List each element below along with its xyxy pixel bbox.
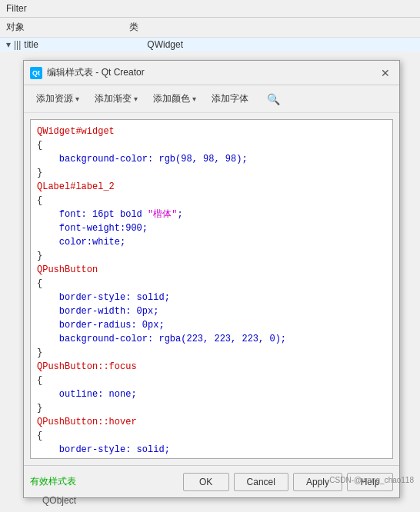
code-line: color:white; [37, 235, 386, 249]
qt-logo-icon: Qt [30, 67, 42, 79]
close-button[interactable]: ✕ [378, 65, 393, 81]
add-resource-button[interactable]: 添加资源 ▾ [30, 90, 85, 108]
code-line: } [37, 249, 386, 263]
dialog-titlebar: Qt 编辑样式表 - Qt Creator ✕ [24, 61, 399, 85]
expand-arrow: ▾ [6, 39, 11, 50]
code-line: } [37, 166, 386, 180]
code-line: font: 16pt bold "楷体"; [37, 208, 386, 221]
code-line: { [37, 429, 386, 443]
code-line: border-width: 0px; [37, 457, 386, 459]
col2-header: 类 [129, 21, 138, 34]
add-resource-arrow-icon: ▾ [75, 95, 79, 103]
add-gradient-arrow-icon: ▾ [134, 95, 138, 103]
css-editor[interactable]: QWidget#widget{ background-color: rgb(98… [30, 119, 393, 459]
object-icon: ||| [14, 39, 21, 50]
code-line: { [37, 374, 386, 387]
code-line: } [37, 401, 386, 415]
watermark: CSDN-@wang_chao118 [329, 476, 414, 484]
code-line: font-weight:900; [37, 221, 386, 235]
code-line: { [37, 277, 386, 291]
table-row[interactable]: ▾ ||| title QWidget [0, 38, 420, 52]
table-header: 对象 类 [0, 18, 420, 38]
code-line: border-width: 0px; [37, 304, 386, 318]
code-line: outline: none; [37, 387, 386, 401]
filter-label: Filter [6, 3, 27, 14]
code-line: QPushButton::hover [37, 415, 386, 429]
code-line: border-radius: 0px; [37, 318, 386, 332]
row-class: QWidget [147, 39, 183, 50]
code-line: background-color: rgb(98, 98, 98); [37, 152, 386, 166]
add-color-arrow-icon: ▾ [192, 95, 196, 103]
status-label: 有效样式表 [30, 475, 183, 488]
code-line: QPushButton [37, 263, 386, 277]
code-line: border-style: solid; [37, 443, 386, 457]
filter-bar: Filter [0, 0, 420, 18]
style-sheet-dialog: Qt 编辑样式表 - Qt Creator ✕ 添加资源 ▾ 添加渐变 ▾ 添加… [23, 60, 400, 498]
search-button[interactable]: 🔍 [264, 91, 283, 107]
ok-button[interactable]: OK [183, 473, 229, 491]
add-color-button[interactable]: 添加颜色 ▾ [147, 90, 202, 108]
add-gradient-button[interactable]: 添加渐变 ▾ [88, 90, 144, 108]
qobject-label: QObject [42, 495, 76, 506]
code-line: } [37, 346, 386, 360]
code-line: border-style: solid; [37, 291, 386, 304]
code-line: QLabel#label_2 [37, 180, 386, 194]
add-font-button[interactable]: 添加字体 [205, 90, 255, 108]
code-line: background-color: rgba(223, 223, 223, 0)… [37, 332, 386, 346]
row-name: title [24, 39, 147, 50]
code-line: QPushButton::focus [37, 360, 386, 374]
code-line: QWidget#widget [37, 125, 386, 138]
dialog-toolbar: 添加资源 ▾ 添加渐变 ▾ 添加颜色 ▾ 添加字体 🔍 [24, 85, 399, 113]
code-line: { [37, 194, 386, 208]
dialog-title: 编辑样式表 - Qt Creator [47, 66, 378, 79]
col1-header: 对象 [6, 21, 129, 34]
cancel-button[interactable]: Cancel [234, 473, 288, 491]
code-line: { [37, 138, 386, 152]
